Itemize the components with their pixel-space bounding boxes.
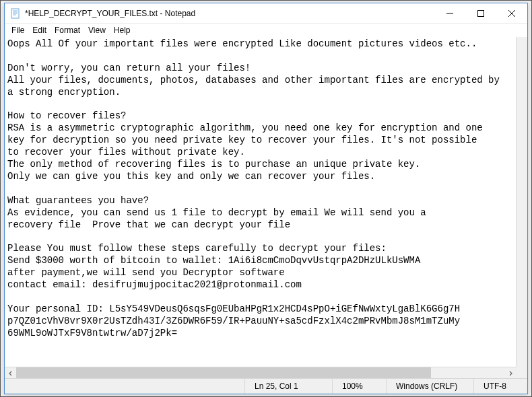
statusbar: Ln 25, Col 1 100% Windows (CRLF) UTF-8 — [5, 378, 527, 394]
scroll-corner — [516, 367, 527, 378]
notepad-icon — [10, 8, 21, 19]
menu-format[interactable]: Format — [51, 25, 84, 36]
scroll-thumb[interactable] — [16, 367, 431, 378]
minimize-button[interactable] — [434, 3, 465, 23]
arrow-right-icon — [508, 371, 513, 376]
status-zoom: 100% — [332, 379, 386, 394]
status-line-ending: Windows (CRLF) — [386, 379, 473, 394]
status-encoding: UTF-8 — [473, 379, 527, 394]
window-title: *HELP_DECRYPT_YOUR_FILES.txt - Notepad — [25, 9, 434, 18]
window-controls — [434, 3, 527, 23]
close-icon — [508, 10, 515, 17]
scroll-left-button[interactable] — [5, 367, 16, 378]
menu-file[interactable]: File — [7, 25, 28, 36]
minimize-icon — [446, 10, 453, 17]
text-editor[interactable]: Oops All Of your important files were en… — [5, 37, 527, 378]
menu-edit[interactable]: Edit — [28, 25, 51, 36]
notepad-window: *HELP_DECRYPT_YOUR_FILES.txt - Notepad F… — [4, 3, 528, 394]
menu-view[interactable]: View — [84, 25, 110, 36]
menu-help[interactable]: Help — [110, 25, 135, 36]
maximize-icon — [477, 10, 484, 17]
scroll-right-button[interactable] — [504, 367, 516, 378]
status-cursor-position: Ln 25, Col 1 — [244, 379, 332, 394]
scroll-track[interactable] — [16, 367, 504, 378]
text-area-container: Oops All Of your important files were en… — [5, 37, 527, 378]
menubar: File Edit Format View Help — [5, 24, 527, 37]
vertical-scrollbar[interactable] — [516, 37, 527, 367]
close-button[interactable] — [496, 3, 527, 23]
maximize-button[interactable] — [465, 3, 496, 23]
arrow-left-icon — [8, 371, 13, 376]
svg-rect-6 — [478, 10, 484, 16]
titlebar[interactable]: *HELP_DECRYPT_YOUR_FILES.txt - Notepad — [5, 3, 527, 24]
horizontal-scrollbar[interactable] — [5, 367, 516, 378]
